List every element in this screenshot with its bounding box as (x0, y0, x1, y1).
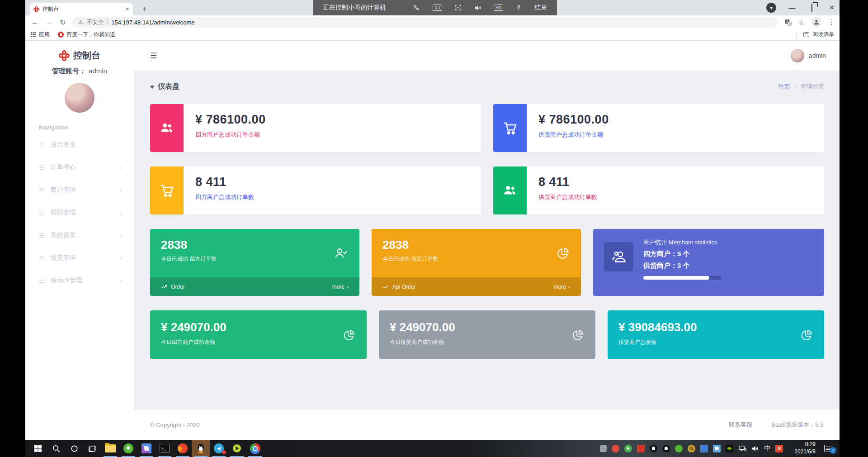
tray-camera-icon[interactable] (713, 445, 721, 452)
qq-button[interactable] (192, 440, 210, 457)
media-toolbar-button[interactable]: ▾ (766, 3, 776, 13)
tray-red-app-icon[interactable] (612, 445, 619, 452)
breadcrumb-current: 管理首页 (801, 83, 824, 91)
ratio-1-1-button[interactable]: 1:1 (433, 5, 442, 11)
tray-gold-icon[interactable]: G (688, 445, 695, 452)
stat-card-fourparty-orders: 8 411 四方商户总成功订单数 (150, 167, 481, 214)
card-label: 供货商户总余额 (618, 338, 813, 346)
reload-button[interactable]: ↻ (58, 18, 68, 27)
remote-session-title: 正在控制小哥的计算机 (323, 4, 386, 12)
fullscreen-icon[interactable] (454, 4, 462, 11)
browser-tab[interactable]: 控制台 × (30, 3, 133, 15)
sidebar-item-label: 订单中心 (51, 163, 76, 171)
apps-shortcut[interactable]: 应用 (31, 31, 50, 38)
action-center-icon[interactable]: 1 (824, 445, 833, 452)
tray-nvidia-icon[interactable] (726, 445, 733, 452)
user-menu[interactable]: admin (791, 49, 826, 62)
clock-date: 2021/6/8 (794, 448, 816, 455)
app-360-button[interactable] (119, 440, 137, 457)
chevron-right-icon: › (120, 232, 122, 239)
pie-chart-icon (571, 328, 585, 342)
sidebar-avatar[interactable] (65, 83, 94, 113)
sunflower-remote-button[interactable] (137, 440, 156, 457)
sidebar-item-orders[interactable]: ☰ 订单中心 › (25, 156, 134, 179)
more-link[interactable]: more › (554, 284, 570, 290)
taskbar-clock[interactable]: 8:29 2021/6/8 (794, 441, 816, 455)
chart-icon (382, 284, 389, 290)
volume-icon[interactable] (751, 445, 759, 452)
breadcrumb-separator-icon: › (794, 84, 796, 90)
security-warning-icon[interactable]: ⚠ (78, 19, 83, 25)
sogou-browser-button[interactable] (174, 440, 192, 457)
address-bar[interactable]: ⚠ 不安全 154.197.48.141/admin/welcome (72, 17, 777, 28)
page-topbar: ☰ admin (134, 41, 840, 70)
account-row: 管理账号：admin (25, 67, 134, 76)
stat-block (493, 104, 527, 152)
potplayer-button[interactable] (228, 440, 246, 457)
translate-icon[interactable]: A文 (785, 19, 792, 26)
sidebar-item-settings[interactable]: ☰ 系统设置 › (25, 224, 134, 247)
bookmark-baidu[interactable]: 百度一下，你就知道 (58, 31, 115, 38)
restore-button[interactable] (808, 4, 816, 11)
tray-qq-icon[interactable] (650, 445, 657, 452)
network-icon[interactable] (738, 445, 746, 452)
terminal-icon: >_ (160, 444, 170, 453)
browser-menu-icon[interactable]: ⋮ (828, 18, 835, 26)
tray-player-icon[interactable] (624, 445, 632, 452)
new-tab-button[interactable]: + (139, 4, 150, 14)
forward-button[interactable]: → (44, 18, 54, 26)
command-prompt-button[interactable]: >_ (156, 440, 174, 457)
ime-indicator[interactable]: 中 (764, 444, 770, 452)
bookmark-star-icon[interactable]: ☆ (798, 18, 805, 27)
task-view-icon[interactable] (83, 440, 101, 457)
sidebar-item-merchants[interactable]: ☰ 商户管理 › (25, 179, 134, 201)
sidebar-item-slowcharge[interactable]: ☰ 慢充管理 › (25, 247, 134, 269)
fourparty-merchant-count: 四方商户：5 个 (643, 250, 721, 258)
back-button[interactable]: ← (30, 18, 40, 26)
profile-avatar-icon[interactable] (811, 17, 821, 27)
chrome-taskbar-button[interactable] (246, 440, 264, 457)
window-controls: ▾ — × (766, 0, 836, 15)
card-footer[interactable]: Order more › (150, 277, 359, 296)
start-button[interactable] (29, 440, 47, 457)
cortana-icon[interactable] (65, 440, 83, 457)
sidebar-toggle-icon[interactable]: ☰ (150, 51, 157, 61)
search-icon[interactable] (47, 440, 65, 457)
speaker-icon[interactable] (474, 4, 481, 12)
hd-button[interactable]: HD (494, 5, 503, 11)
more-link[interactable]: more › (332, 284, 349, 290)
merchant-stats-title: 商户统计 Merchant statistics (643, 238, 721, 247)
card-label: 今日四方商户成功金额 (161, 338, 356, 346)
call-icon[interactable] (413, 4, 420, 11)
chevron-right-icon: › (120, 186, 122, 194)
tab-close-icon[interactable]: × (126, 6, 129, 12)
reading-list-button[interactable]: 阅读清单 (796, 31, 834, 38)
sogou-swirl-icon (178, 443, 188, 453)
end-session-button[interactable]: 结束 (534, 4, 547, 12)
heart-icon: ♥ (150, 83, 154, 90)
sidebar-item-mobile-ck[interactable]: ☰ 移动ck管理 › (25, 269, 134, 292)
logo-row[interactable]: 控制台 (25, 41, 134, 62)
sogou-ime-icon[interactable]: S (775, 445, 783, 452)
telegram-button[interactable] (210, 440, 228, 457)
minimize-button[interactable]: — (788, 4, 796, 11)
sidebar-item-home[interactable]: ☰ 后台首页 (25, 133, 134, 156)
screen: 控制台 × + ▾ — × ← → ↻ ⚠ 不安全 154.197.48.141… (0, 0, 868, 457)
tray-360-icon[interactable] (675, 445, 683, 452)
sidebar-item-permissions[interactable]: ☰ 权限管理 › (25, 201, 134, 224)
tray-bluebox-icon[interactable] (700, 445, 708, 452)
contact-support-link[interactable]: 联系客服 (729, 421, 752, 429)
breadcrumb-home-link[interactable]: 首页 (778, 83, 790, 91)
tray-expand-button[interactable] (600, 445, 607, 452)
list-icon: ☰ (39, 255, 44, 262)
card-footer[interactable]: Api Order more › (372, 277, 581, 296)
tray-red-app2-icon[interactable] (637, 445, 645, 452)
tray-qq2-icon[interactable] (662, 445, 670, 452)
page-title-text: 仪表盘 (158, 82, 179, 91)
file-explorer-button[interactable] (101, 440, 119, 457)
sunflower-icon (142, 443, 151, 453)
chevron-right-icon: › (120, 209, 122, 216)
close-window-button[interactable]: × (828, 3, 836, 12)
pin-icon[interactable] (515, 5, 522, 11)
url-text[interactable]: 154.197.48.141/admin/welcome (111, 19, 194, 26)
